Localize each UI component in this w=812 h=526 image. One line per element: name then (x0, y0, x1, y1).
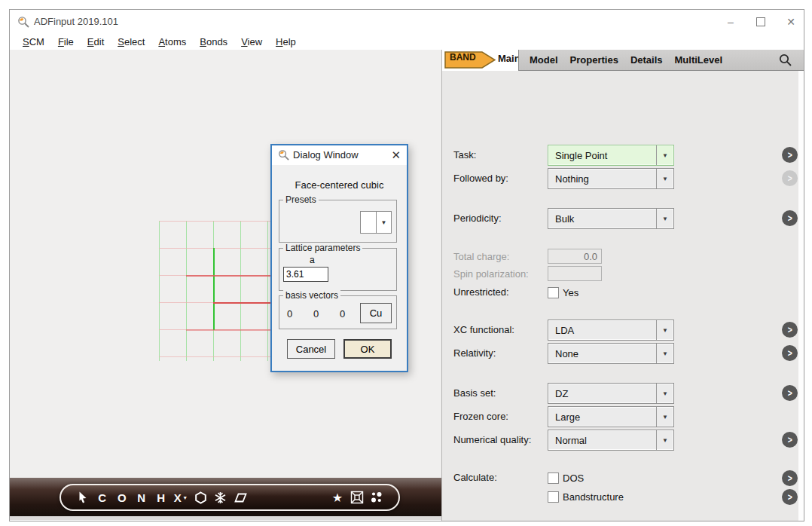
freeze-tool[interactable] (210, 486, 230, 509)
basis-vector-x: 0 (287, 308, 292, 320)
chevron-down-icon: ▼ (656, 320, 673, 340)
basis-set-label: Basis set: (453, 387, 496, 399)
atom-tool-oxygen[interactable]: O (112, 486, 132, 509)
calculate-bandstructure-checkbox[interactable] (548, 491, 559, 503)
unrestricted-checkbox[interactable] (548, 287, 559, 298)
app-logo-icon (17, 16, 30, 29)
minimize-button[interactable]: – (718, 10, 743, 34)
atom-tool-carbon[interactable]: C (93, 486, 112, 509)
menu-file[interactable]: File (51, 36, 81, 47)
dialog-title-bar[interactable]: Dialog Window ✕ (272, 145, 407, 165)
menu-scm[interactable]: SCM (16, 36, 51, 47)
basis-set-detail-button[interactable]: > (782, 385, 798, 401)
chevron-down-icon: ▼ (376, 212, 391, 233)
task-label: Task: (453, 149, 476, 161)
tab-strip: Model Properties Details MultiLevel (518, 50, 804, 71)
close-button[interactable]: ✕ (778, 10, 804, 34)
search-icon[interactable] (778, 53, 793, 68)
window-title: ADFinput 2019.101 (34, 10, 118, 34)
atom-tool-hydrogen[interactable]: H (151, 486, 171, 509)
chevron-down-icon: ▼ (656, 169, 673, 188)
calculate-label: Calculate: (453, 472, 497, 483)
tab-multilevel[interactable]: MultiLevel (669, 54, 729, 66)
bandstructure-detail-button[interactable]: > (782, 489, 798, 505)
basis-set-dropdown[interactable]: DZ ▼ (548, 383, 674, 404)
periodicity-dropdown[interactable]: Bulk ▼ (548, 208, 674, 229)
crystal-cell-tool[interactable] (347, 486, 367, 509)
atom-tool-x-dropdown[interactable]: X ▼ (171, 486, 191, 509)
chevron-down-icon: ▼ (656, 145, 673, 165)
xc-functional-detail-button[interactable]: > (782, 322, 798, 338)
tab-main-active[interactable]: Main (498, 53, 520, 64)
calculate-dos-checkbox[interactable] (548, 472, 559, 484)
calculate-bandstructure-label: Bandstructure (563, 491, 624, 503)
relativity-detail-button[interactable]: > (782, 345, 798, 361)
viewport-footer (10, 516, 441, 520)
total-charge-label: Total charge: (453, 251, 509, 262)
unrestricted-label: Unrestricted: (453, 286, 509, 298)
tab-properties[interactable]: Properties (564, 54, 624, 66)
lattice-cell-edge-green (213, 248, 215, 330)
favorites-star-tool[interactable]: ★ (328, 486, 347, 509)
cursor-icon (78, 491, 88, 504)
select-pointer-tool[interactable] (73, 486, 93, 509)
dos-detail-button[interactable]: > (782, 470, 798, 486)
relativity-dropdown[interactable]: None ▼ (548, 343, 674, 364)
atom-tool-nitrogen[interactable]: N (132, 486, 151, 509)
presets-group: Presets ▼ (279, 200, 397, 243)
atom-toolbar: C O N H X ▼ (60, 484, 400, 511)
menu-atoms[interactable]: Atoms (151, 36, 193, 47)
app-window: ADFinput 2019.101 – ✕ SCM File Edit Sele… (9, 9, 804, 521)
basis-vectors-group: basis vectors 0 0 0 Cu (279, 295, 397, 329)
task-detail-button[interactable]: > (782, 147, 798, 163)
numerical-quality-label: Numerical quality: (453, 434, 531, 445)
title-bar: ADFinput 2019.101 – ✕ (10, 10, 804, 34)
maximize-button[interactable] (748, 10, 774, 34)
tab-model[interactable]: Model (524, 54, 564, 66)
ring-structure-tool[interactable] (191, 486, 210, 509)
dialog-title: Dialog Window (293, 145, 359, 165)
band-settings-panel: BAND Main Model Properties Details Multi… (441, 50, 804, 521)
lattice-a-input[interactable]: 3.61 (283, 267, 328, 282)
tab-details[interactable]: Details (624, 54, 669, 66)
element-cu-button[interactable]: Cu (360, 303, 392, 323)
chevron-down-icon: ▼ (656, 430, 673, 450)
menu-bonds[interactable]: Bonds (193, 36, 234, 47)
basis-vector-y: 0 (313, 308, 319, 320)
xc-functional-dropdown[interactable]: LDA ▼ (548, 320, 674, 341)
menu-help[interactable]: Help (269, 36, 303, 47)
frame-box-icon (350, 491, 364, 504)
periodicity-detail-button[interactable]: > (782, 210, 798, 226)
followed-by-label: Followed by: (453, 173, 508, 184)
numerical-quality-detail-button[interactable]: > (782, 432, 798, 448)
menu-select[interactable]: Select (111, 36, 151, 47)
menu-bar: SCM File Edit Select Atoms Bonds View He… (10, 34, 804, 50)
total-charge-input[interactable]: 0.0 (548, 249, 602, 264)
cancel-button[interactable]: Cancel (287, 339, 335, 359)
basis-vector-z: 0 (340, 308, 345, 320)
lattice-a-label: a (310, 255, 315, 265)
ok-button[interactable]: OK (343, 339, 392, 359)
atoms-display-tool[interactable] (367, 486, 386, 509)
dialog-logo-icon (278, 149, 290, 161)
crystal-type-label: Face-centered cubic (272, 179, 407, 191)
menu-view[interactable]: View (234, 36, 269, 47)
dialog-close-button[interactable]: ✕ (391, 148, 401, 162)
chevron-down-icon: ▼ (656, 384, 673, 403)
hexagon-icon (194, 491, 207, 504)
panel-scroll-area[interactable] (798, 71, 804, 521)
spin-polarization-input[interactable] (548, 266, 602, 281)
plane-tool[interactable] (230, 486, 249, 509)
task-dropdown[interactable]: Single Point ▼ (548, 145, 674, 166)
maximize-icon (756, 17, 765, 26)
presets-dropdown[interactable]: ▼ (360, 211, 392, 234)
followed-by-dropdown[interactable]: Nothing ▼ (548, 168, 674, 189)
band-badge-label: BAND (450, 52, 476, 63)
frozen-core-dropdown[interactable]: Large ▼ (548, 406, 674, 427)
frozen-core-label: Frozen core: (453, 411, 508, 422)
menu-edit[interactable]: Edit (81, 36, 111, 47)
calculate-dos-label: DOS (563, 472, 584, 484)
snowflake-icon (214, 491, 227, 504)
numerical-quality-dropdown[interactable]: Normal ▼ (548, 430, 674, 451)
chevron-down-icon: ▼ (182, 495, 188, 500)
